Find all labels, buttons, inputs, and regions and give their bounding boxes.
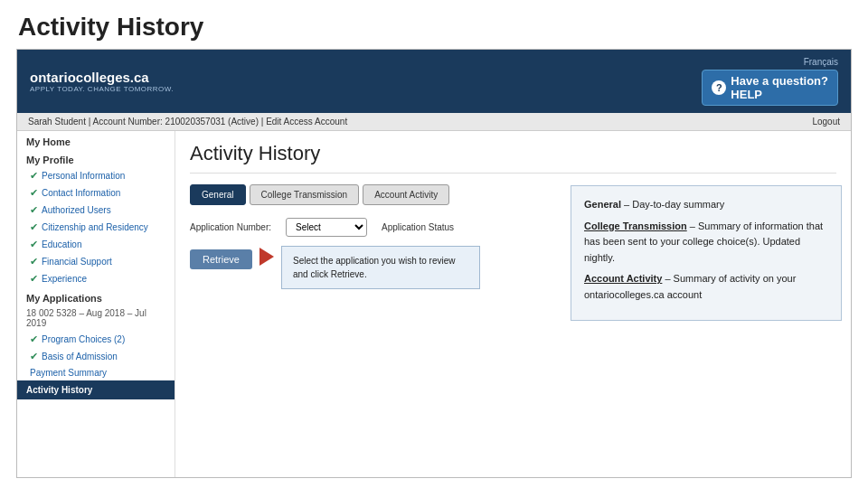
general-text: – Day-to-day summary — [621, 199, 724, 210]
check-icon: ✔ — [30, 187, 38, 199]
sidebar-item-education[interactable]: ✔ Education — [17, 236, 175, 253]
oc-logo-text: ontariocolleges.ca — [30, 70, 174, 85]
main-layout: My Home My Profile ✔ Personal Informatio… — [17, 131, 851, 478]
sidebar-item-authorized-users[interactable]: ✔ Authorized Users — [17, 202, 175, 219]
sidebar-item-program-choices[interactable]: ✔ Program Choices (2) — [17, 331, 175, 348]
app-status-label: Application Status — [382, 222, 454, 232]
oc-francais[interactable]: Français — [804, 57, 838, 67]
app-number-select[interactable]: Select — [286, 218, 367, 237]
check-icon: ✔ — [30, 256, 38, 267]
sidebar-item-personal-info[interactable]: ✔ Personal Information — [17, 167, 175, 184]
oc-help-area: Français ? Have a question? HELP — [702, 57, 838, 106]
help-button[interactable]: ? Have a question? HELP — [702, 70, 838, 106]
check-icon: ✔ — [30, 221, 38, 233]
account-label: Account Activity — [584, 273, 662, 284]
sidebar-item-basis-of-admission[interactable]: ✔ Basis of Admission — [17, 348, 175, 365]
user-bar: Sarah Student | Account Number: 21002035… — [17, 113, 851, 131]
sidebar-item-financial-support[interactable]: ✔ Financial Support — [17, 253, 175, 270]
sidebar-item-experience[interactable]: ✔ Experience — [17, 270, 175, 287]
sidebar-section-my-profile[interactable]: My Profile — [17, 149, 175, 167]
help-label: Have a question? HELP — [731, 74, 828, 101]
sidebar: My Home My Profile ✔ Personal Informatio… — [17, 131, 175, 478]
check-icon: ✔ — [30, 351, 38, 362]
general-label: General — [584, 199, 621, 210]
college-label: College Transmission — [584, 221, 687, 231]
info-general: General – Day-to-day summary — [584, 197, 828, 213]
sidebar-item-contact-info[interactable]: ✔ Contact Information — [17, 184, 175, 202]
info-account: Account Activity – Summary of activity o… — [584, 271, 828, 303]
tab-college-transmission[interactable]: College Transmission — [250, 184, 360, 205]
sidebar-section-my-applications[interactable]: My Applications — [17, 287, 175, 305]
annotation-box: Select the application you wish to revie… — [281, 246, 480, 289]
user-info: Sarah Student | Account Number: 21002035… — [28, 117, 347, 127]
arrow-icon — [259, 248, 274, 266]
logout-link[interactable]: Logout — [812, 117, 840, 127]
browser-frame: ontariocolleges.ca APPLY TODAY. CHANGE T… — [16, 49, 852, 478]
page-title: Activity History — [0, 0, 868, 49]
sidebar-item-payment-summary[interactable]: Payment Summary — [17, 365, 175, 380]
tab-account-activity[interactable]: Account Activity — [363, 184, 449, 205]
sidebar-item-citizenship[interactable]: ✔ Citizenship and Residency — [17, 219, 175, 236]
app-number-label: Application Number: — [190, 222, 271, 232]
check-icon: ✔ — [30, 170, 38, 182]
check-icon: ✔ — [30, 239, 38, 250]
check-icon: ✔ — [30, 333, 38, 345]
oc-tagline: APPLY TODAY. CHANGE TOMORROW. — [30, 85, 174, 93]
check-icon: ✔ — [30, 204, 38, 216]
sidebar-app-number[interactable]: 18 002 5328 – Aug 2018 – Jul 2019 — [17, 305, 175, 331]
info-college: College Transmission – Summary of inform… — [584, 219, 828, 267]
annotation-text: Select the application you wish to revie… — [293, 256, 456, 279]
retrieve-button[interactable]: Retrieve — [190, 249, 252, 269]
oc-logo-area: ontariocolleges.ca APPLY TODAY. CHANGE T… — [30, 70, 174, 93]
question-icon: ? — [712, 80, 726, 95]
sidebar-section-my-home[interactable]: My Home — [17, 131, 175, 149]
content-area: Activity History General College Transmi… — [175, 131, 851, 478]
sidebar-item-activity-history[interactable]: Activity History — [17, 380, 175, 399]
check-icon: ✔ — [30, 273, 38, 285]
tab-general[interactable]: General — [190, 184, 246, 205]
content-title: Activity History — [190, 142, 836, 174]
oc-header: ontariocolleges.ca APPLY TODAY. CHANGE T… — [17, 50, 851, 113]
info-panel: General – Day-to-day summary College Tra… — [571, 185, 842, 321]
